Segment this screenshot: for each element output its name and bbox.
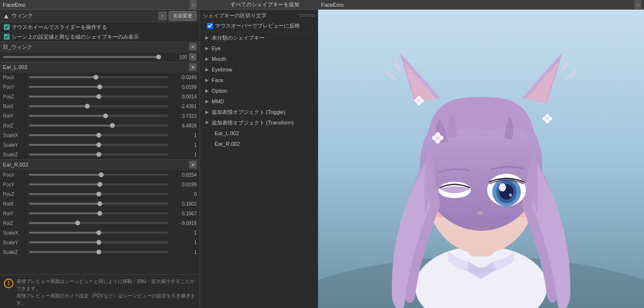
ear-l-scalex-label: ScaleX	[3, 133, 27, 138]
ear-l-scalex-row: ScaleX 1	[0, 130, 200, 140]
tree-item-eye[interactable]: ▶ Eye	[200, 43, 318, 54]
tree-item-eyebrow[interactable]: ▶ Eyebrow	[200, 64, 318, 75]
show-different-option: シーン上の設定値と異なる値のシェイプキーのみ表示	[0, 32, 200, 42]
wink-value: 100	[161, 55, 187, 60]
ear-l-posz-row: PosZ 0.0014	[0, 92, 200, 101]
svg-point-14	[436, 136, 440, 140]
ear-r-rotz-value: -9.0918	[170, 221, 197, 226]
section-wink-close[interactable]: ✕	[189, 43, 197, 51]
svg-point-38	[477, 211, 483, 215]
ear-l-roty-track[interactable]	[29, 115, 168, 117]
ear-r-posx-track[interactable]	[29, 174, 168, 176]
ear-r-rotx-label: RotX	[3, 201, 27, 207]
svg-point-29	[414, 99, 416, 102]
left-toolbar: ▲ ウィンク ○ 名前変更	[0, 10, 200, 22]
ear-r-scalex-value: 1	[170, 230, 197, 236]
tree-item-transform[interactable]: ▼ 追加表情オブジェクト (Transform)	[200, 117, 318, 128]
clear-icon-btn[interactable]: ○	[158, 12, 167, 20]
mouse-wheel-checkbox[interactable]	[4, 24, 10, 30]
tree-item-face[interactable]: ▶ Face	[200, 75, 318, 85]
ear-l-scaley-row: ScaleY 1	[0, 140, 200, 150]
dropdown-arrow[interactable]: ▲	[3, 12, 10, 20]
tree-arrow-mouth: ▶	[204, 56, 210, 62]
ear-r-scalex-label: ScaleX	[3, 230, 27, 236]
ear-r-posy-track[interactable]	[29, 183, 168, 185]
ear-l-roty-value: 3.7322	[170, 113, 197, 119]
ear-l-rotx-row: RotX -2.4391	[0, 101, 200, 111]
mouse-over-label: マウスオーバーでプレビューに反映	[215, 22, 300, 29]
ear-l-scaley-track[interactable]	[29, 144, 168, 146]
show-different-checkbox[interactable]	[4, 34, 10, 40]
avatar-area[interactable]	[318, 10, 644, 308]
ear-l-posx-label: PosX	[3, 75, 27, 80]
ear-l-rotx-track[interactable]	[29, 105, 168, 107]
svg-point-26	[417, 99, 420, 102]
wink-reset-btn[interactable]: ✕	[189, 53, 197, 61]
section-ear-r-close[interactable]: ✕	[189, 161, 197, 168]
right-title-bar: FaceEmo ─ □ ✕	[318, 0, 644, 10]
svg-point-18	[441, 136, 443, 140]
svg-point-27	[417, 96, 420, 98]
tree-label-transform: 追加表情オブジェクト (Transform)	[212, 119, 294, 126]
tree-label-unclassified: 未分類のシェイプキー	[212, 34, 265, 42]
ear-l-roty-label: RotY	[3, 113, 27, 119]
section-ear-l-label: Ear_L.002	[3, 64, 27, 70]
right-maximize-btn[interactable]: □	[634, 1, 641, 8]
left-maximize-btn[interactable]: □	[190, 1, 197, 8]
shape-key-dropdown[interactable]: ウィンク	[12, 12, 156, 19]
ear-r-rotz-label: RotZ	[3, 221, 27, 226]
wink-slider-track[interactable]	[3, 56, 159, 58]
svg-point-36	[509, 194, 512, 196]
tree-item-ear-r[interactable]: Ear_R.002	[200, 139, 318, 149]
info-icon: !	[4, 279, 13, 288]
tree-arrow-option: ▶	[204, 88, 210, 94]
ear-r-roty-row: RotY 0.1667	[0, 209, 200, 218]
ear-l-posz-value: 0.0014	[170, 94, 197, 99]
ear-l-scalez-track[interactable]	[29, 154, 168, 155]
ear-r-scalex-row: ScaleX 1	[0, 228, 200, 238]
tree-label-face: Face	[212, 77, 223, 83]
tree-arrow-unclassified: ▶	[204, 35, 210, 41]
ear-r-scaley-track[interactable]	[29, 241, 168, 243]
ear-r-roty-track[interactable]	[29, 212, 168, 214]
left-title-bar: FaceEmo ─ □ ✕	[0, 0, 200, 10]
ear-r-rotx-track[interactable]	[29, 203, 168, 205]
ear-r-scalez-track[interactable]	[29, 251, 168, 253]
ear-l-scalez-label: ScaleZ	[3, 152, 27, 157]
ear-l-posy-label: PosY	[3, 84, 27, 90]
tree-label-eye: Eye	[212, 45, 221, 51]
ear-r-scalez-row: ScaleZ 1	[0, 247, 200, 257]
svg-point-22	[546, 121, 549, 123]
section-ear-l-close[interactable]: ✕	[189, 63, 197, 71]
ear-r-posz-label: PosZ	[3, 192, 27, 197]
wink-slider-row: 100 ✕	[0, 52, 200, 62]
tree-item-ear-l[interactable]: Ear_L.002	[200, 128, 318, 139]
tree-item-toggle[interactable]: ▶ 追加表情オブジェクト (Toggle)	[200, 107, 318, 117]
ear-l-posz-track[interactable]	[29, 96, 168, 98]
ear-r-posz-value: 0	[170, 192, 197, 197]
ear-l-posy-value: 0.0199	[170, 84, 197, 90]
left-title-text: FaceEmo	[3, 2, 190, 8]
tree-arrow-eyebrow: ▶	[204, 67, 210, 72]
tree-item-mmd[interactable]: ▶ MMD	[200, 96, 318, 107]
tree-item-unclassified[interactable]: ▶ 未分類のシェイプキー	[200, 32, 318, 43]
tree-label-eyebrow: Eyebrow	[212, 67, 232, 72]
middle-title-text: すべてのシェイプキーを追加	[215, 1, 315, 8]
ear-l-scalex-track[interactable]	[29, 134, 168, 136]
ear-l-rotx-label: RotX	[3, 104, 27, 109]
ear-r-roty-value: 0.1667	[170, 211, 197, 216]
rename-button[interactable]: 名前変更	[169, 11, 197, 21]
ear-l-posx-track[interactable]	[29, 76, 168, 78]
ear-r-rotz-track[interactable]	[29, 222, 168, 224]
right-title-text: FaceEmo	[321, 2, 634, 8]
ear-r-scalex-track[interactable]	[29, 232, 168, 234]
tree-item-mouth[interactable]: ▶ Mouth	[200, 54, 318, 64]
ear-l-posy-track[interactable]	[29, 86, 168, 88]
ear-r-rotz-row: RotZ -9.0918	[0, 218, 200, 228]
tree-label-option: Option	[212, 88, 227, 94]
tree-item-option[interactable]: ▶ Option	[200, 85, 318, 96]
ear-l-rotz-track[interactable]	[29, 125, 168, 126]
ear-r-posz-track[interactable]	[29, 193, 168, 195]
mouse-over-checkbox[interactable]	[207, 23, 213, 29]
ear-r-scaley-label: ScaleY	[3, 240, 27, 245]
